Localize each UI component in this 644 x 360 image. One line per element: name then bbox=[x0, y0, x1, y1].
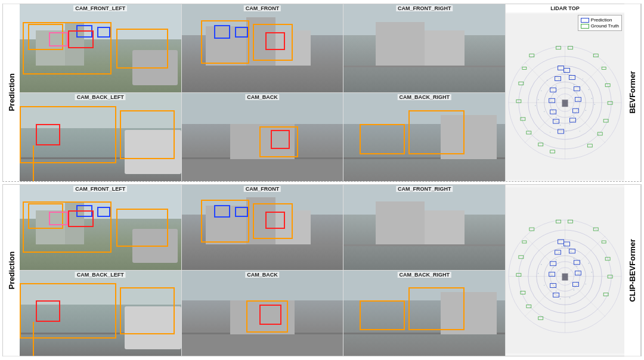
svg-point-107 bbox=[544, 284, 544, 285]
cam-back-left-bev-label: CAM_BACK_LEFT bbox=[75, 94, 126, 100]
svg-point-31 bbox=[541, 91, 541, 91]
cam-front-left-bev-label: CAM_FRONT_LEFT bbox=[73, 5, 127, 11]
cam-back-clip-label: CAM_BACK bbox=[245, 272, 280, 278]
cam-back-right-bev-label: CAM_BACK_RIGHT bbox=[397, 94, 451, 100]
svg-point-20 bbox=[577, 92, 578, 94]
clip-bevformer-section: Prediction CAM_FRONT_LEFT bbox=[2, 184, 642, 356]
cam-back-right-bev: CAM_BACK_RIGHT bbox=[343, 93, 505, 181]
svg-point-36 bbox=[586, 110, 586, 110]
svg-point-108 bbox=[586, 283, 586, 284]
cam-back-left-clip-label: CAM_BACK_LEFT bbox=[75, 272, 126, 278]
svg-point-33 bbox=[589, 89, 589, 90]
clip-bevformer-lidar-panel bbox=[505, 185, 624, 356]
cam-back-right-clip: CAM_BACK_RIGHT bbox=[343, 271, 505, 356]
legend-ground-truth-label: Ground Truth bbox=[591, 23, 619, 29]
legend-prediction: Prediction bbox=[581, 17, 619, 23]
cam-front-left-clip-label: CAM_FRONT_LEFT bbox=[73, 186, 127, 192]
bevformer-section-label: BEVFormer bbox=[624, 4, 641, 181]
lidar-canvas-clip bbox=[506, 185, 624, 356]
legend-ground-truth: Ground Truth bbox=[581, 23, 619, 29]
svg-point-101 bbox=[560, 298, 561, 299]
cam-back-left-bev: CAM_BACK_LEFT bbox=[20, 93, 181, 181]
cam-front-right-clip: CAM_FRONT_RIGHT bbox=[343, 185, 505, 270]
cam-front-left-clip: CAM_FRONT_LEFT bbox=[20, 185, 181, 270]
svg-point-38 bbox=[595, 104, 595, 105]
svg-point-30 bbox=[566, 131, 567, 132]
svg-point-26 bbox=[574, 116, 575, 117]
lidar-legend-bev: Prediction Ground Truth bbox=[578, 15, 622, 31]
cam-front-clip: CAM_FRONT bbox=[182, 185, 343, 270]
bevformer-prediction-label: Prediction bbox=[3, 4, 20, 181]
svg-point-18 bbox=[574, 85, 575, 86]
cam-back-clip: CAM_BACK bbox=[182, 271, 343, 356]
bevformer-cameras-grid: CAM_FRONT_LEFT bbox=[20, 4, 505, 181]
clip-bevformer-section-label: CLIP-BEVFormer bbox=[624, 185, 641, 356]
cam-front-right-bev-label: CAM_FRONT_RIGHT bbox=[396, 5, 453, 11]
svg-point-25 bbox=[556, 117, 557, 118]
svg-point-21 bbox=[552, 101, 553, 102]
svg-point-39 bbox=[547, 80, 547, 80]
svg-point-88 bbox=[568, 247, 569, 249]
svg-point-41 bbox=[550, 132, 550, 132]
svg-point-12 bbox=[562, 73, 563, 74]
svg-point-91 bbox=[556, 259, 557, 260]
svg-point-40 bbox=[583, 79, 583, 79]
svg-point-42 bbox=[580, 131, 580, 131]
svg-point-93 bbox=[553, 267, 554, 268]
legend-prediction-label: Prediction bbox=[591, 17, 612, 23]
svg-point-22 bbox=[578, 100, 579, 101]
svg-point-92 bbox=[574, 258, 575, 259]
cam-front-left-bev: CAM_FRONT_LEFT bbox=[20, 4, 181, 92]
svg-point-35 bbox=[544, 111, 544, 111]
lidar-svg-bev bbox=[506, 13, 624, 181]
clip-bevformer-cameras-grid: CAM_FRONT_LEFT CAM_FRONT bbox=[20, 185, 505, 356]
main-container: Prediction CAM_FRONT_LEFT bbox=[0, 0, 644, 360]
svg-point-37 bbox=[535, 105, 535, 106]
lidar-canvas-bev: Prediction Ground Truth bbox=[506, 13, 624, 181]
svg-point-34 bbox=[592, 98, 592, 99]
cam-back-bev-label: CAM_BACK bbox=[245, 94, 280, 100]
svg-point-103 bbox=[541, 264, 541, 265]
svg-point-106 bbox=[592, 272, 592, 272]
svg-point-105 bbox=[589, 263, 589, 263]
svg-point-90 bbox=[571, 251, 572, 252]
svg-point-16 bbox=[571, 77, 572, 79]
svg-point-17 bbox=[556, 86, 557, 87]
svg-point-32 bbox=[538, 100, 538, 100]
cam-front-bev: CAM_FRONT bbox=[182, 4, 343, 92]
svg-rect-73 bbox=[562, 100, 568, 107]
svg-point-96 bbox=[578, 273, 579, 274]
cam-back-bev: CAM_BACK bbox=[182, 93, 343, 181]
bevformer-lidar-panel: LIDAR TOP Prediction Ground Truth bbox=[505, 4, 624, 181]
svg-rect-134 bbox=[562, 273, 568, 280]
svg-point-89 bbox=[559, 252, 560, 253]
svg-point-28 bbox=[569, 123, 571, 125]
bevformer-section: Prediction CAM_FRONT_LEFT bbox=[2, 4, 642, 182]
lidar-svg-clip bbox=[506, 185, 624, 356]
svg-point-14 bbox=[568, 74, 569, 75]
cam-front-right-clip-label: CAM_FRONT_RIGHT bbox=[396, 186, 453, 192]
svg-point-102 bbox=[569, 297, 571, 298]
svg-point-95 bbox=[552, 274, 553, 275]
svg-point-100 bbox=[574, 289, 575, 290]
svg-point-94 bbox=[577, 266, 578, 267]
clip-bevformer-prediction-label: Prediction bbox=[3, 185, 20, 356]
cam-front-bev-label: CAM_FRONT bbox=[244, 5, 281, 11]
legend-prediction-box bbox=[581, 18, 589, 23]
svg-point-27 bbox=[560, 125, 561, 126]
cam-front-clip-label: CAM_FRONT bbox=[244, 186, 281, 192]
svg-point-86 bbox=[562, 246, 563, 247]
svg-point-104 bbox=[538, 273, 538, 274]
svg-point-15 bbox=[559, 79, 560, 80]
lidar-top-title: LIDAR TOP bbox=[506, 4, 624, 13]
svg-point-99 bbox=[556, 290, 557, 291]
svg-point-19 bbox=[553, 94, 554, 95]
cam-back-left-clip: CAM_BACK_LEFT bbox=[20, 271, 181, 356]
cam-back-right-clip-label: CAM_BACK_RIGHT bbox=[397, 272, 451, 278]
cam-front-right-bev: CAM_FRONT_RIGHT bbox=[343, 4, 505, 92]
legend-ground-truth-box bbox=[581, 24, 589, 29]
